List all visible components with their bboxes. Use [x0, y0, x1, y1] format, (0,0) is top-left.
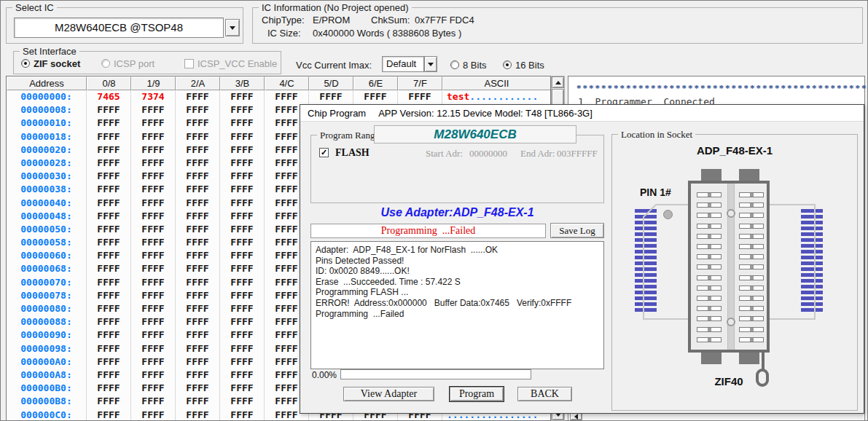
hex-cell[interactable]: FFFF: [176, 143, 220, 157]
hex-cell[interactable]: FFFF: [87, 223, 131, 236]
hex-cell[interactable]: FFFF: [176, 302, 220, 315]
hex-cell[interactable]: FFFF: [87, 210, 131, 223]
scroll-up-button[interactable]: [552, 76, 564, 88]
vcc-imax-select[interactable]: Default: [382, 56, 424, 72]
hex-cell[interactable]: FFFF: [176, 210, 220, 223]
hex-cell[interactable]: FFFF: [87, 236, 131, 249]
hex-cell[interactable]: FFFF: [131, 355, 176, 369]
hex-cell[interactable]: FFFF: [220, 223, 265, 236]
ic-combobox[interactable]: M28W640ECB @TSOP48: [14, 17, 224, 38]
hex-cell[interactable]: FFFF: [220, 302, 265, 315]
hex-cell[interactable]: FFFF: [87, 369, 131, 382]
flash-checkbox[interactable]: ✓: [319, 148, 329, 157]
hex-cell[interactable]: FFFF: [220, 90, 265, 103]
hex-cell[interactable]: FFFF: [87, 262, 131, 275]
hex-cell[interactable]: FFFF: [176, 249, 220, 262]
hex-cell[interactable]: FFFF: [176, 382, 220, 395]
hex-cell[interactable]: FFFF: [220, 183, 265, 196]
hex-cell[interactable]: FFFF: [220, 210, 265, 223]
hex-cell[interactable]: FFFF: [220, 143, 265, 157]
hex-cell[interactable]: FFFF: [131, 170, 176, 183]
bits8-radio[interactable]: [450, 60, 459, 69]
hex-cell[interactable]: FFFF: [220, 170, 265, 183]
hex-cell[interactable]: FFFF: [220, 355, 265, 369]
hex-cell[interactable]: FFFF: [176, 289, 220, 302]
hex-cell[interactable]: FFFF: [220, 130, 265, 143]
hex-cell[interactable]: FFFF: [131, 369, 176, 382]
hex-cell[interactable]: FFFF: [309, 90, 353, 103]
zif-socket-radio[interactable]: [21, 59, 30, 68]
hex-cell[interactable]: FFFF: [176, 117, 220, 130]
hex-cell[interactable]: FFFF: [220, 409, 265, 421]
hex-cell[interactable]: FFFF: [131, 143, 176, 157]
hex-cell[interactable]: FFFF: [220, 276, 265, 289]
hex-cell[interactable]: FFFF: [398, 90, 442, 103]
hex-cell[interactable]: FFFF: [176, 90, 220, 103]
hex-cell[interactable]: FFFF: [87, 117, 131, 130]
back-button[interactable]: BACK: [517, 387, 572, 401]
hex-cell[interactable]: FFFF: [220, 369, 265, 382]
hex-cell[interactable]: FFFF: [87, 157, 131, 170]
hex-cell[interactable]: FFFF: [176, 197, 220, 210]
hex-cell[interactable]: FFFF: [87, 183, 131, 196]
hex-cell[interactable]: FFFF: [176, 103, 220, 117]
hex-cell[interactable]: FFFF: [220, 249, 265, 262]
hex-cell[interactable]: FFFF: [220, 236, 265, 249]
hex-cell[interactable]: FFFF: [87, 395, 131, 408]
hex-cell[interactable]: FFFF: [87, 409, 131, 421]
hex-cell[interactable]: FFFF: [131, 315, 176, 328]
hex-cell[interactable]: FFFF: [176, 183, 220, 196]
hex-cell[interactable]: FFFF: [176, 276, 220, 289]
hex-cell[interactable]: FFFF: [131, 157, 176, 170]
hex-cell[interactable]: FFFF: [265, 90, 309, 103]
hex-cell[interactable]: FFFF: [220, 103, 265, 117]
hex-cell[interactable]: FFFF: [220, 262, 265, 275]
hex-cell[interactable]: FFFF: [131, 289, 176, 302]
hex-cell[interactable]: FFFF: [87, 143, 131, 157]
hex-cell[interactable]: FFFF: [131, 302, 176, 315]
hex-cell[interactable]: FFFF: [131, 223, 176, 236]
hex-cell[interactable]: FFFF: [176, 262, 220, 275]
hex-cell[interactable]: FFFF: [131, 236, 176, 249]
hex-cell[interactable]: FFFF: [220, 197, 265, 210]
hex-cell[interactable]: FFFF: [131, 395, 176, 408]
hex-cell[interactable]: FFFF: [131, 276, 176, 289]
hex-cell[interactable]: FFFF: [87, 355, 131, 369]
hex-cell[interactable]: FFFF: [87, 170, 131, 183]
hex-cell[interactable]: FFFF: [131, 342, 176, 355]
hex-cell[interactable]: FFFF: [220, 395, 265, 408]
bits16-radio[interactable]: [503, 60, 512, 69]
hex-cell[interactable]: FFFF: [220, 328, 265, 342]
hex-cell[interactable]: FFFF: [176, 157, 220, 170]
hex-cell[interactable]: FFFF: [220, 157, 265, 170]
operation-log[interactable]: Adapter: ADP_F48_EX-1 for NorFlash .....…: [310, 241, 604, 369]
hex-cell[interactable]: FFFF: [176, 236, 220, 249]
hex-cell[interactable]: FFFF: [131, 409, 176, 421]
hex-cell[interactable]: FFFF: [87, 315, 131, 328]
hex-cell[interactable]: FFFF: [87, 328, 131, 342]
hex-cell[interactable]: FFFF: [131, 249, 176, 262]
hex-cell[interactable]: FFFF: [87, 289, 131, 302]
hex-cell[interactable]: 7374: [131, 90, 176, 103]
hex-cell[interactable]: FFFF: [176, 409, 220, 421]
hex-cell[interactable]: FFFF: [87, 382, 131, 395]
hex-cell[interactable]: FFFF: [131, 197, 176, 210]
hex-cell[interactable]: FFFF: [220, 315, 265, 328]
hex-cell[interactable]: FFFF: [87, 302, 131, 315]
hex-cell[interactable]: FFFF: [131, 117, 176, 130]
hex-cell[interactable]: FFFF: [220, 117, 265, 130]
hex-cell[interactable]: FFFF: [131, 262, 176, 275]
program-button[interactable]: Program: [450, 387, 504, 401]
hex-cell[interactable]: FFFF: [131, 130, 176, 143]
hex-cell[interactable]: FFFF: [176, 355, 220, 369]
hex-cell[interactable]: FFFF: [87, 342, 131, 355]
hex-cell[interactable]: FFFF: [176, 315, 220, 328]
hex-cell[interactable]: FFFF: [131, 328, 176, 342]
hex-cell[interactable]: FFFF: [87, 103, 131, 117]
dialog-titlebar[interactable]: Chip Program APP Version: 12.15 Device M…: [300, 105, 864, 122]
hex-cell[interactable]: FFFF: [220, 382, 265, 395]
hex-cell[interactable]: FFFF: [87, 276, 131, 289]
hex-cell[interactable]: FFFF: [220, 342, 265, 355]
hex-cell[interactable]: FFFF: [131, 382, 176, 395]
hex-cell[interactable]: FFFF: [176, 395, 220, 408]
